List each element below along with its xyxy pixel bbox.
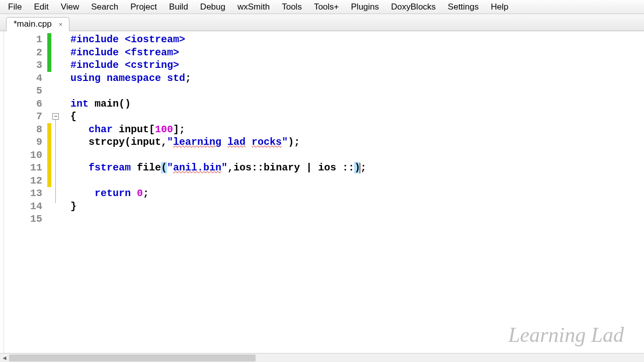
code-line[interactable]: #include <fstream> — [70, 46, 644, 59]
menu-build[interactable]: Build — [163, 1, 194, 13]
menu-debug[interactable]: Debug — [194, 1, 231, 13]
code-line[interactable] — [70, 84, 644, 98]
menu-plugins[interactable]: Plugins — [345, 1, 385, 13]
fold-line — [55, 120, 56, 203]
menu-file[interactable]: File — [2, 1, 28, 13]
menu-help[interactable]: Help — [485, 1, 515, 13]
code-area[interactable]: #include <iostream>#include <fstream>#in… — [60, 31, 644, 353]
code-line[interactable] — [70, 213, 644, 226]
code-editor[interactable]: 123456789101112131415 − #include <iostre… — [0, 31, 644, 353]
tab-label: *main.cpp — [14, 19, 52, 29]
code-line[interactable]: fstream file("anil.bin",ios::binary | io… — [70, 161, 644, 174]
code-line[interactable]: strcpy(input,"learning lad rocks"); — [70, 136, 644, 149]
fold-gutter: − — [51, 31, 60, 353]
gutter — [0, 31, 4, 353]
tab-bar: *main.cpp × — [0, 14, 644, 31]
tab-main-cpp[interactable]: *main.cpp × — [6, 17, 69, 31]
menu-bar: FileEditViewSearchProjectBuildDebugwxSmi… — [0, 0, 644, 14]
menu-settings[interactable]: Settings — [442, 1, 485, 13]
menu-edit[interactable]: Edit — [28, 1, 54, 13]
menu-tools[interactable]: Tools — [276, 1, 308, 13]
change-indicator-bar — [47, 31, 51, 353]
code-line[interactable]: } — [70, 200, 644, 213]
code-line[interactable]: return 0; — [70, 187, 644, 200]
menu-doxyblocks[interactable]: DoxyBlocks — [385, 1, 442, 13]
code-line[interactable] — [70, 174, 644, 188]
code-line[interactable]: char input[100]; — [70, 123, 644, 136]
menu-wxsmith[interactable]: wxSmith — [231, 1, 276, 13]
menu-view[interactable]: View — [55, 1, 86, 13]
code-line[interactable] — [70, 149, 644, 162]
code-line[interactable]: int main() — [70, 98, 644, 111]
code-line[interactable]: #include <iostream> — [70, 33, 644, 46]
horizontal-scrollbar[interactable]: ◄ — [0, 353, 644, 362]
scroll-left-icon[interactable]: ◄ — [0, 353, 9, 363]
scroll-thumb[interactable] — [9, 354, 256, 361]
menu-tools[interactable]: Tools+ — [308, 1, 345, 13]
menu-search[interactable]: Search — [85, 1, 124, 13]
code-line[interactable]: using namespace std; — [70, 72, 644, 85]
scroll-track[interactable] — [9, 353, 644, 363]
fold-toggle-icon[interactable]: − — [52, 113, 59, 120]
menu-project[interactable]: Project — [124, 1, 163, 13]
code-line[interactable]: #include <cstring> — [70, 59, 644, 72]
line-number-gutter: 123456789101112131415 — [4, 31, 47, 353]
close-icon[interactable]: × — [57, 20, 65, 28]
code-line[interactable]: { — [70, 110, 644, 123]
